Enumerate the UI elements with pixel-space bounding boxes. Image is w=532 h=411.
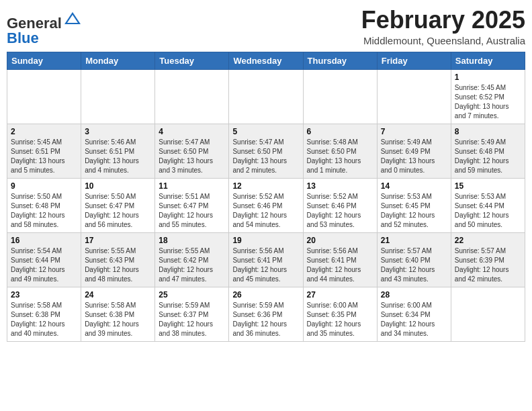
day-number: 16: [11, 236, 77, 245]
calendar-day-cell: 10Sunrise: 5:50 AM Sunset: 6:47 PM Dayli…: [81, 179, 155, 233]
calendar-day-cell: 18Sunrise: 5:55 AM Sunset: 6:42 PM Dayli…: [155, 233, 229, 287]
day-number: 8: [455, 127, 521, 136]
day-number: 2: [11, 127, 77, 136]
title-block: February 2025 Middlemount, Queensland, A…: [361, 7, 525, 46]
calendar-day-cell: 25Sunrise: 5:59 AM Sunset: 6:37 PM Dayli…: [155, 287, 229, 342]
calendar-day-cell: 26Sunrise: 5:59 AM Sunset: 6:36 PM Dayli…: [229, 287, 303, 342]
calendar-day-cell: 24Sunrise: 5:58 AM Sunset: 6:38 PM Dayli…: [81, 287, 155, 342]
day-number: 23: [11, 290, 77, 300]
calendar-day-cell: 11Sunrise: 5:51 AM Sunset: 6:47 PM Dayli…: [155, 179, 229, 233]
logo-icon: [63, 9, 82, 28]
calendar-day-cell: 13Sunrise: 5:52 AM Sunset: 6:46 PM Dayli…: [303, 179, 377, 233]
day-info: Sunrise: 6:00 AM Sunset: 6:34 PM Dayligh…: [381, 301, 447, 338]
calendar-day-cell: [451, 287, 525, 342]
day-number: 19: [232, 236, 299, 245]
day-number: 13: [307, 181, 373, 191]
logo-blue-text: Blue: [7, 30, 39, 46]
day-info: Sunrise: 5:49 AM Sunset: 6:48 PM Dayligh…: [455, 138, 521, 175]
calendar-day-cell: [155, 70, 229, 124]
calendar-day-cell: 5Sunrise: 5:47 AM Sunset: 6:50 PM Daylig…: [229, 124, 303, 179]
day-info: Sunrise: 5:50 AM Sunset: 6:48 PM Dayligh…: [11, 192, 77, 230]
day-number: 21: [381, 236, 447, 245]
day-info: Sunrise: 5:45 AM Sunset: 6:51 PM Dayligh…: [11, 138, 77, 175]
day-info: Sunrise: 5:53 AM Sunset: 6:44 PM Dayligh…: [455, 192, 521, 230]
calendar-day-cell: 28Sunrise: 6:00 AM Sunset: 6:34 PM Dayli…: [377, 287, 451, 342]
calendar-day-cell: 17Sunrise: 5:55 AM Sunset: 6:43 PM Dayli…: [81, 233, 155, 287]
day-info: Sunrise: 5:55 AM Sunset: 6:42 PM Dayligh…: [159, 246, 225, 284]
calendar-day-cell: [7, 70, 81, 124]
calendar-day-cell: [229, 70, 303, 124]
day-number: 6: [307, 127, 373, 136]
month-title: February 2025: [361, 7, 525, 34]
calendar-day-cell: 27Sunrise: 6:00 AM Sunset: 6:35 PM Dayli…: [303, 287, 377, 342]
day-info: Sunrise: 5:59 AM Sunset: 6:37 PM Dayligh…: [159, 301, 225, 338]
day-number: 26: [232, 290, 299, 300]
calendar-table: SundayMondayTuesdayWednesdayThursdayFrid…: [7, 52, 525, 342]
day-number: 9: [11, 181, 77, 191]
day-info: Sunrise: 5:48 AM Sunset: 6:50 PM Dayligh…: [307, 138, 373, 175]
day-number: 4: [159, 127, 225, 136]
calendar-week-row: 1Sunrise: 5:45 AM Sunset: 6:52 PM Daylig…: [7, 70, 525, 124]
calendar-day-header: Thursday: [303, 52, 377, 70]
calendar-day-cell: 4Sunrise: 5:47 AM Sunset: 6:50 PM Daylig…: [155, 124, 229, 179]
day-info: Sunrise: 5:53 AM Sunset: 6:45 PM Dayligh…: [381, 192, 447, 230]
day-info: Sunrise: 5:46 AM Sunset: 6:51 PM Dayligh…: [85, 138, 151, 175]
day-info: Sunrise: 5:50 AM Sunset: 6:47 PM Dayligh…: [85, 192, 151, 230]
day-number: 15: [455, 181, 521, 191]
calendar-day-cell: 8Sunrise: 5:49 AM Sunset: 6:48 PM Daylig…: [451, 124, 525, 179]
calendar-day-cell: 23Sunrise: 5:58 AM Sunset: 6:38 PM Dayli…: [7, 287, 81, 342]
calendar-week-row: 9Sunrise: 5:50 AM Sunset: 6:48 PM Daylig…: [7, 179, 525, 233]
day-info: Sunrise: 5:55 AM Sunset: 6:43 PM Dayligh…: [85, 246, 151, 284]
day-info: Sunrise: 5:56 AM Sunset: 6:41 PM Dayligh…: [232, 246, 299, 284]
day-number: 1: [455, 73, 521, 82]
calendar-day-header: Friday: [377, 52, 451, 70]
day-number: 17: [85, 236, 151, 245]
day-info: Sunrise: 5:51 AM Sunset: 6:47 PM Dayligh…: [159, 192, 225, 230]
calendar-day-cell: 9Sunrise: 5:50 AM Sunset: 6:48 PM Daylig…: [7, 179, 81, 233]
calendar-day-cell: 6Sunrise: 5:48 AM Sunset: 6:50 PM Daylig…: [303, 124, 377, 179]
day-number: 24: [85, 290, 151, 300]
day-info: Sunrise: 5:56 AM Sunset: 6:41 PM Dayligh…: [307, 246, 373, 284]
day-number: 10: [85, 181, 151, 191]
calendar-day-cell: 14Sunrise: 5:53 AM Sunset: 6:45 PM Dayli…: [377, 179, 451, 233]
day-info: Sunrise: 5:47 AM Sunset: 6:50 PM Dayligh…: [232, 138, 299, 175]
day-number: 18: [159, 236, 225, 245]
calendar-day-cell: 3Sunrise: 5:46 AM Sunset: 6:51 PM Daylig…: [81, 124, 155, 179]
day-number: 22: [455, 236, 521, 245]
calendar-day-cell: 21Sunrise: 5:57 AM Sunset: 6:40 PM Dayli…: [377, 233, 451, 287]
day-number: 11: [159, 181, 225, 191]
calendar-day-header: Saturday: [451, 52, 525, 70]
calendar-day-cell: [81, 70, 155, 124]
calendar-day-cell: [303, 70, 377, 124]
calendar-day-cell: [377, 70, 451, 124]
day-info: Sunrise: 5:45 AM Sunset: 6:52 PM Dayligh…: [455, 83, 521, 121]
day-info: Sunrise: 5:49 AM Sunset: 6:49 PM Dayligh…: [381, 138, 447, 175]
day-info: Sunrise: 5:57 AM Sunset: 6:40 PM Dayligh…: [381, 246, 447, 284]
location: Middlemount, Queensland, Australia: [361, 35, 525, 46]
page-header: General Blue February 2025 Middlemount, …: [7, 7, 525, 46]
calendar-day-cell: 1Sunrise: 5:45 AM Sunset: 6:52 PM Daylig…: [451, 70, 525, 124]
day-info: Sunrise: 5:58 AM Sunset: 6:38 PM Dayligh…: [85, 301, 151, 338]
calendar-day-header: Tuesday: [155, 52, 229, 70]
calendar-header-row: SundayMondayTuesdayWednesdayThursdayFrid…: [7, 52, 525, 70]
day-number: 27: [307, 290, 373, 300]
calendar-day-cell: 22Sunrise: 5:57 AM Sunset: 6:39 PM Dayli…: [451, 233, 525, 287]
day-info: Sunrise: 5:59 AM Sunset: 6:36 PM Dayligh…: [232, 301, 299, 338]
day-info: Sunrise: 5:54 AM Sunset: 6:44 PM Dayligh…: [11, 246, 77, 284]
calendar-day-header: Monday: [81, 52, 155, 70]
day-number: 5: [232, 127, 299, 136]
calendar-day-cell: 20Sunrise: 5:56 AM Sunset: 6:41 PM Dayli…: [303, 233, 377, 287]
calendar-week-row: 23Sunrise: 5:58 AM Sunset: 6:38 PM Dayli…: [7, 287, 525, 342]
calendar-day-cell: 2Sunrise: 5:45 AM Sunset: 6:51 PM Daylig…: [7, 124, 81, 179]
day-info: Sunrise: 5:52 AM Sunset: 6:46 PM Dayligh…: [232, 192, 299, 230]
day-info: Sunrise: 6:00 AM Sunset: 6:35 PM Dayligh…: [307, 301, 373, 338]
calendar-day-cell: 19Sunrise: 5:56 AM Sunset: 6:41 PM Dayli…: [229, 233, 303, 287]
day-info: Sunrise: 5:47 AM Sunset: 6:50 PM Dayligh…: [159, 138, 225, 175]
calendar-day-cell: 7Sunrise: 5:49 AM Sunset: 6:49 PM Daylig…: [377, 124, 451, 179]
calendar-day-header: Sunday: [7, 52, 81, 70]
calendar-week-row: 2Sunrise: 5:45 AM Sunset: 6:51 PM Daylig…: [7, 124, 525, 179]
day-number: 28: [381, 290, 447, 300]
day-number: 7: [381, 127, 447, 136]
calendar-day-cell: 15Sunrise: 5:53 AM Sunset: 6:44 PM Dayli…: [451, 179, 525, 233]
day-info: Sunrise: 5:52 AM Sunset: 6:46 PM Dayligh…: [307, 192, 373, 230]
